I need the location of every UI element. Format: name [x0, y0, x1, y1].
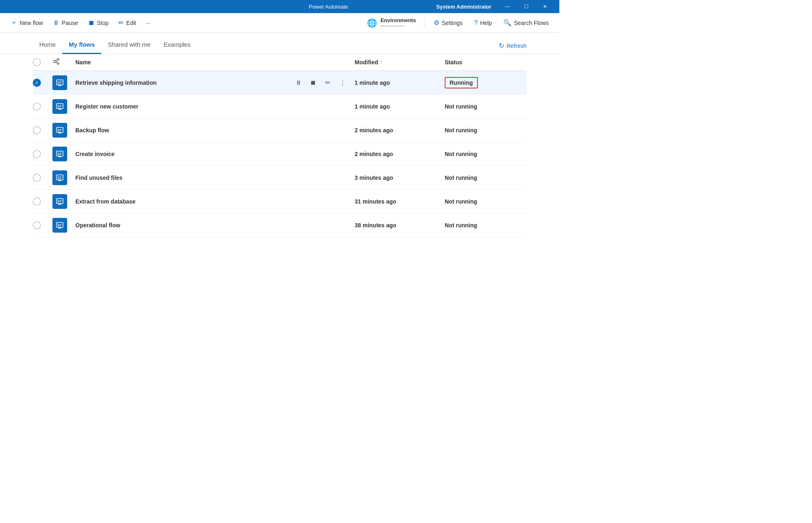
refresh-label: Refresh: [507, 43, 527, 49]
close-button[interactable]: ✕: [536, 0, 554, 13]
row-icon-area: [52, 147, 75, 161]
row-checkbox-area[interactable]: [33, 174, 52, 182]
row-icon-area: [52, 75, 75, 90]
settings-label: Settings: [442, 20, 463, 26]
row-checkbox[interactable]: ✓: [33, 79, 41, 87]
row-checkbox-area[interactable]: [33, 221, 52, 229]
flow-icon: [52, 218, 67, 233]
row-more-button[interactable]: ⋮: [337, 77, 348, 88]
status-text: Not running: [445, 174, 477, 181]
row-checkbox[interactable]: [33, 197, 41, 206]
row-checkbox[interactable]: [33, 126, 41, 134]
tab-examples[interactable]: Examples: [157, 35, 197, 54]
svg-rect-23: [57, 151, 63, 156]
svg-point-2: [57, 63, 59, 64]
row-icon-area: [52, 170, 75, 185]
flow-name[interactable]: Register new customer: [75, 103, 215, 110]
title-bar-controls: System Administrator — ☐ ✕: [436, 0, 554, 13]
status-text: Not running: [445, 151, 477, 157]
help-icon: ?: [474, 19, 477, 27]
help-button[interactable]: ? Help: [470, 17, 496, 29]
table-row[interactable]: ✓ Retrieve shipping information ⏸ ⏹ ✏ ⋮: [33, 71, 527, 95]
row-stop-button[interactable]: ⏹: [307, 77, 319, 88]
table-row[interactable]: Find unused files 3 minutes ago Not runn…: [33, 166, 527, 190]
row-checkbox[interactable]: [33, 221, 41, 229]
flow-name[interactable]: Find unused files: [75, 174, 215, 181]
refresh-button[interactable]: ↻ Refresh: [499, 42, 527, 50]
flow-icon: [52, 75, 67, 90]
table-row[interactable]: Register new customer 1 minute ago Not r…: [33, 95, 527, 118]
sort-icon[interactable]: ↑: [380, 59, 382, 65]
svg-line-4: [56, 62, 57, 63]
table-row[interactable]: Extract from database 31 minutes ago Not…: [33, 190, 527, 213]
header-modified: Modified ↑: [355, 59, 445, 66]
svg-point-0: [54, 60, 56, 63]
row-checkbox[interactable]: [33, 102, 41, 111]
globe-icon: 🌐: [367, 18, 377, 28]
flow-name[interactable]: Extract from database: [75, 198, 215, 205]
search-flows-button[interactable]: 🔍 Search Flows: [499, 16, 553, 29]
row-checkbox-area[interactable]: [33, 102, 52, 111]
pause-button[interactable]: ⏸ Pause: [49, 17, 82, 29]
settings-icon: ⚙: [434, 19, 439, 27]
stop-button[interactable]: ⏹ Stop: [84, 17, 113, 29]
help-label: Help: [480, 20, 492, 26]
flow-name[interactable]: Create invoice: [75, 151, 215, 157]
status-text: Not running: [445, 103, 477, 110]
row-checkbox[interactable]: [33, 174, 41, 182]
status-area: Not running: [445, 174, 527, 181]
row-checkbox[interactable]: [33, 150, 41, 158]
maximize-button[interactable]: ☐: [517, 0, 536, 13]
title-bar: Power Automate System Administrator — ☐ …: [0, 0, 559, 13]
flow-icon: [52, 123, 67, 138]
more-label: ···: [146, 20, 151, 26]
row-pause-button[interactable]: ⏸: [292, 77, 304, 88]
app-title: Power Automate: [221, 4, 437, 10]
table-row[interactable]: Backup flow 2 minutes ago Not running: [33, 118, 527, 142]
svg-rect-41: [57, 222, 63, 227]
more-button[interactable]: ···: [142, 17, 155, 29]
env-label: Environments: [380, 17, 416, 23]
new-flow-button[interactable]: ＋ New flow: [7, 16, 47, 29]
search-icon: 🔍: [503, 19, 511, 27]
modified-text: 3 minutes ago: [355, 174, 445, 181]
tab-home[interactable]: Home: [33, 35, 62, 54]
flow-name[interactable]: Backup flow: [75, 127, 215, 134]
environments-button[interactable]: 🌐 Environments ••••••••••: [364, 16, 419, 30]
modified-text: 1 minute ago: [355, 79, 445, 86]
flow-name[interactable]: Operational flow: [75, 222, 215, 229]
status-badge: Running: [445, 77, 478, 88]
user-name: System Administrator: [436, 4, 491, 10]
new-flow-label: New flow: [20, 20, 43, 26]
tab-shared-with-me[interactable]: Shared with me: [101, 35, 157, 54]
flow-name[interactable]: Retrieve shipping information: [75, 79, 292, 86]
svg-rect-17: [57, 127, 63, 132]
row-checkbox-area[interactable]: [33, 150, 52, 158]
row-icon-area: [52, 99, 75, 114]
row-checkbox-area[interactable]: [33, 126, 52, 134]
edit-icon: ✏: [118, 19, 124, 27]
svg-rect-5: [57, 80, 63, 85]
svg-line-3: [56, 60, 57, 61]
status-area: Not running: [445, 198, 527, 205]
row-checkbox-area[interactable]: ✓: [33, 79, 52, 87]
settings-button[interactable]: ⚙ Settings: [430, 16, 467, 29]
svg-rect-35: [57, 199, 63, 204]
main-content: Name Modified ↑ Status ✓ Retrieve sh: [0, 54, 559, 237]
row-edit-button[interactable]: ✏: [322, 77, 333, 88]
plus-icon: ＋: [11, 18, 17, 27]
row-checkbox-area[interactable]: [33, 197, 52, 206]
status-area: Not running: [445, 103, 527, 110]
edit-label: Edit: [126, 20, 136, 26]
tab-my-flows[interactable]: My flows: [62, 35, 101, 54]
header-status: Status: [445, 59, 527, 66]
status-text: Not running: [445, 198, 477, 205]
minimize-button[interactable]: —: [498, 0, 517, 13]
flow-icon: [52, 194, 67, 209]
edit-button[interactable]: ✏ Edit: [114, 16, 140, 29]
stop-icon: ⏹: [88, 19, 95, 27]
select-all-checkbox[interactable]: [33, 58, 41, 66]
toolbar-left: ＋ New flow ⏸ Pause ⏹ Stop ✏ Edit ···: [7, 16, 362, 29]
table-row[interactable]: Create invoice 2 minutes ago Not running: [33, 142, 527, 166]
table-row[interactable]: Operational flow 38 minutes ago Not runn…: [33, 213, 527, 237]
